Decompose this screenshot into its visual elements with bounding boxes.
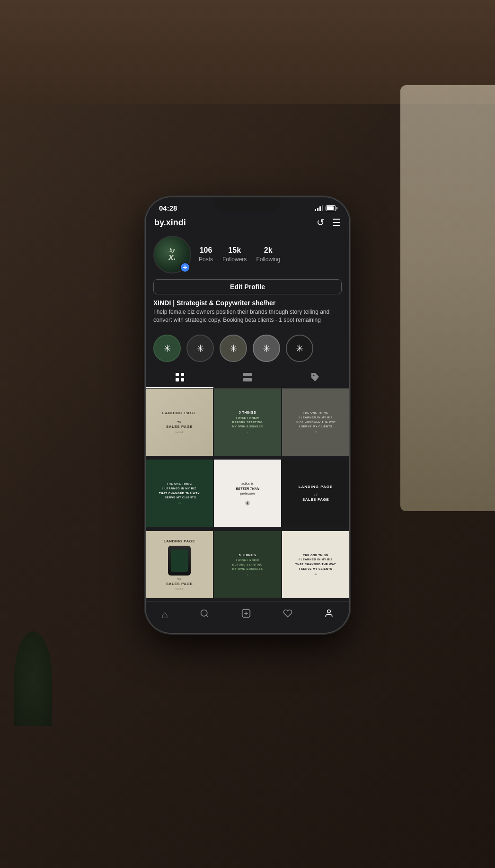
highlight-item-3[interactable]: ✳ bbox=[220, 335, 247, 362]
highlight-item-5[interactable]: ✳ bbox=[286, 335, 313, 362]
nav-home[interactable]: ⌂ bbox=[154, 607, 175, 623]
bottom-nav: ⌂ bbox=[146, 601, 349, 633]
svg-rect-3 bbox=[181, 378, 184, 381]
highlight-icon-5: ✳ bbox=[296, 343, 304, 354]
post-item-1[interactable]: LANDING PAGE vs SALES PAGE by.xindi bbox=[146, 389, 213, 456]
svg-rect-2 bbox=[176, 378, 179, 381]
post-item-7[interactable]: LANDING PAGE vs SALES PAGE by.xindi bbox=[146, 531, 213, 598]
posts-label: Posts bbox=[199, 256, 213, 263]
highlight-circle-4[interactable]: ✳ bbox=[253, 335, 280, 362]
svg-rect-1 bbox=[181, 373, 184, 376]
profile-section: by x. + 106 Posts 15k Follo bbox=[146, 232, 349, 330]
svg-rect-0 bbox=[176, 373, 179, 376]
highlight-item-4[interactable]: ✳ bbox=[253, 335, 280, 362]
nav-profile[interactable] bbox=[317, 607, 341, 623]
stats-row: 106 Posts 15k Followers 2k Following bbox=[199, 246, 280, 263]
highlight-icon-4: ✳ bbox=[263, 343, 271, 354]
add-story-button[interactable]: + bbox=[180, 262, 190, 273]
post-item-5[interactable]: action is BETTER THAN perfection ✳ bbox=[214, 460, 281, 527]
svg-line-8 bbox=[206, 615, 208, 617]
posts-grid: LANDING PAGE vs SALES PAGE by.xindi bbox=[146, 389, 349, 601]
highlight-icon-1: ✳ bbox=[163, 343, 171, 354]
followers-stat[interactable]: 15k Followers bbox=[222, 246, 247, 263]
avatar-logo: by x. bbox=[168, 248, 176, 261]
following-count: 2k bbox=[256, 246, 280, 255]
posts-stat: 106 Posts bbox=[199, 246, 213, 263]
profile-row: by x. + 106 Posts 15k Follo bbox=[153, 236, 342, 274]
phone-body: 04:28 by.xindi ↺ bbox=[146, 197, 349, 633]
tab-grid[interactable] bbox=[146, 367, 213, 388]
posts-count: 106 bbox=[199, 246, 213, 255]
following-stat[interactable]: 2k Following bbox=[256, 246, 280, 263]
followers-count: 15k bbox=[222, 246, 247, 255]
nav-heart[interactable] bbox=[275, 607, 300, 623]
tab-tagged[interactable] bbox=[282, 367, 349, 388]
phone-screen: 04:28 by.xindi ↺ bbox=[146, 197, 349, 633]
status-time: 04:28 bbox=[159, 204, 177, 212]
highlight-circle-1[interactable]: ✳ bbox=[153, 335, 181, 362]
content-tabs bbox=[146, 367, 349, 389]
refresh-icon[interactable]: ↺ bbox=[317, 217, 325, 228]
phone-frame: 04:28 by.xindi ↺ bbox=[146, 197, 349, 633]
svg-point-12 bbox=[327, 610, 330, 613]
status-icons bbox=[315, 205, 336, 211]
highlight-circle-2[interactable]: ✳ bbox=[186, 335, 214, 362]
following-label: Following bbox=[256, 256, 280, 263]
highlight-icon-2: ✳ bbox=[196, 343, 204, 354]
post-item-2[interactable]: 5 THINGS I WISH I KNEW BEFORE STARTING M… bbox=[214, 389, 281, 456]
bio-name: XINDI | Strategist & Copywriter she/her bbox=[153, 299, 342, 307]
svg-point-7 bbox=[201, 610, 207, 616]
avatar-wrapper: by x. + bbox=[153, 236, 191, 274]
post-item-4[interactable]: THE ONE THING I LEARNED IN MY BIZ THAT C… bbox=[146, 460, 213, 527]
highlight-item-1[interactable]: ✳ bbox=[153, 335, 181, 362]
top-nav: by.xindi ↺ ☰ bbox=[146, 214, 349, 232]
tab-list[interactable] bbox=[213, 367, 281, 388]
svg-rect-5 bbox=[243, 378, 252, 381]
post-item-3[interactable]: THE ONE THING I LEARNED IN MY BIZ THAT C… bbox=[282, 389, 349, 456]
followers-label: Followers bbox=[222, 256, 247, 263]
battery-icon bbox=[326, 205, 336, 211]
signal-icon bbox=[315, 205, 323, 211]
nav-search[interactable] bbox=[192, 607, 217, 623]
highlight-circle-5[interactable]: ✳ bbox=[286, 335, 313, 362]
post-item-8[interactable]: 5 THINGS I WISH I KNEW BEFORE STARTING M… bbox=[214, 531, 281, 598]
edit-profile-button[interactable]: Edit Profile bbox=[153, 279, 342, 294]
svg-rect-4 bbox=[243, 373, 252, 376]
phone-notch bbox=[214, 197, 281, 212]
header-actions: ↺ ☰ bbox=[317, 217, 341, 228]
highlights-row: ✳ ✳ ✳ ✳ bbox=[146, 330, 349, 367]
highlight-icon-3: ✳ bbox=[230, 343, 238, 354]
nav-add[interactable] bbox=[233, 606, 259, 623]
post-item-6[interactable]: LANDING PAGE vs SALES PAGE bbox=[282, 460, 349, 527]
bio-text: I help female biz owners position their … bbox=[153, 308, 342, 324]
svg-point-6 bbox=[313, 374, 315, 376]
post-item-9[interactable]: THE ONE THING I LEARNED IN MY BIZ THAT C… bbox=[282, 531, 349, 598]
profile-username: by.xindi bbox=[154, 218, 186, 228]
highlight-item-2[interactable]: ✳ bbox=[186, 335, 214, 362]
menu-icon[interactable]: ☰ bbox=[332, 217, 341, 228]
highlight-circle-3[interactable]: ✳ bbox=[220, 335, 247, 362]
